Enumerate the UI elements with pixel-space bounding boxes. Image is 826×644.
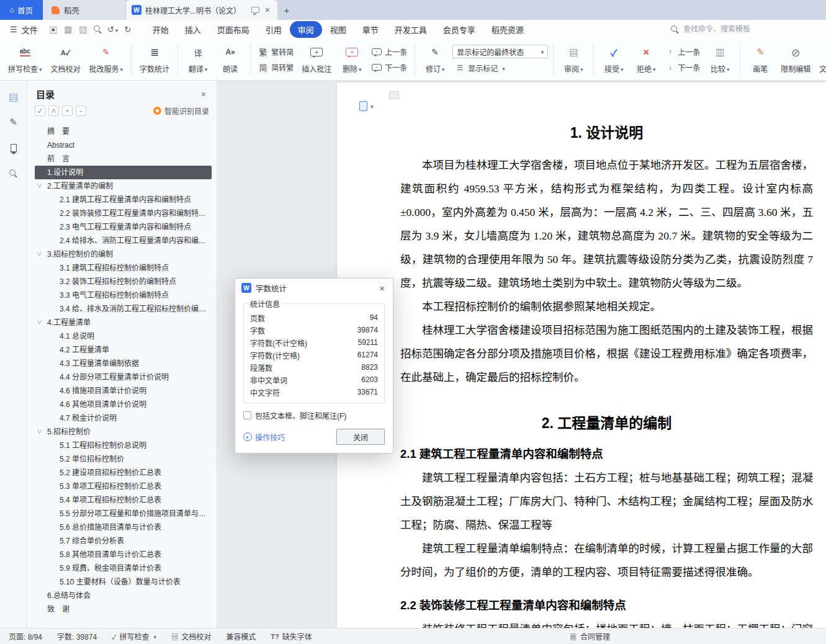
track-changes-button[interactable]: 修订 bbox=[420, 42, 450, 76]
ribbon-tab[interactable]: 插入 bbox=[177, 21, 209, 38]
insert-comment-button[interactable]: 插入批注 bbox=[299, 42, 334, 76]
grading-service-button[interactable]: 批改服务 bbox=[86, 42, 127, 76]
present-icon[interactable] bbox=[251, 7, 259, 13]
translate-button[interactable]: 翻译 bbox=[183, 42, 213, 76]
toc-item[interactable]: ∨ 4.1 总说明 bbox=[35, 329, 212, 343]
toc-item[interactable]: ∨ 5.2 建设项目招标控制价汇总表 bbox=[35, 466, 212, 480]
toc-item[interactable]: ∨ 5.2 单位招标控制价 bbox=[35, 452, 212, 466]
chevron-down-icon[interactable]: ∨ bbox=[37, 316, 42, 329]
home-tab[interactable]: ⌂ 首页 bbox=[0, 0, 43, 20]
redo-button[interactable]: ↻ bbox=[121, 22, 135, 36]
toc-item[interactable]: ∨ 5.招标控制价 bbox=[35, 425, 212, 439]
toc-select-icon[interactable]: ✓ bbox=[35, 105, 45, 116]
reject-button[interactable]: 拒绝 bbox=[631, 42, 661, 76]
pen-button[interactable]: 画笔 bbox=[745, 42, 775, 76]
toc-item[interactable]: ∨ 致 谢 bbox=[35, 602, 212, 616]
next-change-button[interactable]: 下一条 bbox=[663, 61, 703, 73]
toc-item[interactable]: ∨ 5.10 主要材料（设备）数量与计价表 bbox=[35, 575, 212, 589]
ribbon-tab[interactable]: 开始 bbox=[145, 21, 177, 38]
read-aloud-button[interactable]: 朗读 bbox=[215, 42, 245, 76]
export-button[interactable]: ▦ bbox=[61, 22, 75, 36]
document-page[interactable]: 1. 设计说明 本项目为桂林理工大学宿舍楼，项目地点位于某地济开发区。工程为五层… bbox=[337, 83, 826, 628]
bookmark-icon[interactable] bbox=[6, 140, 21, 155]
dialog-close-icon[interactable]: × bbox=[377, 283, 387, 293]
doc-permission-button[interactable]: 文档权限 bbox=[816, 42, 826, 76]
proofread-status[interactable]: ▤ 文档校对 bbox=[171, 631, 211, 642]
prev-change-button[interactable]: 上一条 bbox=[663, 46, 703, 58]
print-preview-button[interactable] bbox=[91, 22, 105, 36]
toc-item[interactable]: ∨ 5.7 综合单价分析表 bbox=[35, 534, 212, 548]
include-footnotes-checkbox[interactable]: 包括文本框、脚注和尾注(F) bbox=[243, 410, 385, 421]
toc-item[interactable]: ∨ 前 言 bbox=[35, 152, 212, 166]
save-button[interactable]: ▣ bbox=[47, 22, 60, 36]
toc-item[interactable]: ∨ 4.2 工程量清单 bbox=[35, 343, 212, 357]
ribbon-tab[interactable]: 引用 bbox=[258, 21, 290, 38]
toc-item[interactable]: ∨ 2.3 电气工程工程量清单内容和编制特点 bbox=[35, 220, 212, 234]
toc-item[interactable]: ∨ 1.设计说明 bbox=[35, 166, 212, 179]
undo-button[interactable]: ↺ bbox=[106, 22, 120, 36]
toc-item[interactable]: ∨ 2.工程量清单的编制 bbox=[35, 179, 212, 193]
toc-item[interactable]: ∨ 5.5 分部分项工程量和单价措施项目清单与计... bbox=[35, 507, 212, 521]
missing-font-status[interactable]: T? 缺失字体 bbox=[271, 631, 312, 642]
toc-item[interactable]: ∨ 3.招标控制价的编制 bbox=[35, 248, 212, 261]
find-icon[interactable] bbox=[6, 166, 21, 181]
ribbon-tab[interactable]: 章节 bbox=[354, 21, 387, 38]
word-count-button[interactable]: 字数统计 bbox=[137, 42, 173, 76]
command-search[interactable] bbox=[671, 25, 820, 34]
toc-item[interactable]: ∨ 4.3 工程量清单编制依据 bbox=[35, 357, 212, 370]
spellcheck-button[interactable]: 拼写检查 bbox=[5, 42, 45, 76]
toc-item[interactable]: ∨ 4.6 措施项目清单计价说明 bbox=[35, 384, 212, 398]
prev-comment-button[interactable]: 上一条 bbox=[369, 46, 410, 58]
toc-item[interactable]: ∨ 4.工程量清单 bbox=[35, 316, 212, 329]
toc-item[interactable]: ∨ 3.1 建筑工程招标控制价编制特点 bbox=[35, 261, 212, 275]
dialog-title-bar[interactable]: 字数统计 × bbox=[235, 279, 393, 297]
annotation-icon[interactable]: ✎ bbox=[6, 115, 21, 130]
toc-item[interactable]: ∨ 2.4 给排水、消防工程工程量清单内容和编... bbox=[35, 234, 212, 248]
search-input[interactable] bbox=[683, 25, 776, 34]
proofread-button[interactable]: 文档校对 bbox=[48, 42, 84, 76]
close-tab-icon[interactable]: × bbox=[263, 6, 272, 14]
toc-item[interactable]: ∨ 6.总结与体会 bbox=[35, 589, 212, 602]
spellcheck-status[interactable]: ✓ 拼写检查 bbox=[112, 631, 156, 642]
compare-button[interactable]: 比较 bbox=[705, 42, 735, 76]
print-button[interactable]: ▤ bbox=[76, 22, 90, 36]
toc-expand-all-icon[interactable]: + bbox=[62, 105, 73, 116]
store-tab[interactable]: 稻壳 bbox=[43, 0, 126, 20]
trad-to-simp-button[interactable]: 繁转简 bbox=[256, 46, 296, 58]
toc-item[interactable]: ∨ 4.4 分部分项工程量清单计价说明 bbox=[35, 370, 212, 384]
restrict-editing-button[interactable]: 限制编辑 bbox=[778, 42, 814, 76]
page-top-control[interactable] bbox=[359, 101, 374, 111]
toc-item[interactable]: ∨ 3.3 电气工程招标控制价编制特点 bbox=[35, 288, 212, 302]
ribbon-tab[interactable]: 会员专享 bbox=[435, 21, 483, 38]
compat-mode[interactable]: 兼容模式 bbox=[226, 631, 256, 642]
ribbon-tab[interactable]: 开发工具 bbox=[387, 21, 435, 38]
file-menu-button[interactable]: ☰ 文件 bbox=[6, 24, 42, 35]
toc-item[interactable]: ∨ 2.2 装饰装修工程工程量清单内容和编制特... bbox=[35, 207, 212, 220]
ribbon-tab[interactable]: 视图 bbox=[322, 21, 354, 38]
chevron-down-icon[interactable]: ∨ bbox=[37, 425, 42, 439]
accept-button[interactable]: 接受 bbox=[599, 42, 629, 76]
simp-to-trad-button[interactable]: 简转繁 bbox=[256, 61, 296, 73]
close-panel-icon[interactable]: × bbox=[199, 90, 208, 99]
contract-manage-button[interactable]: ▦ 合同管理 bbox=[570, 631, 610, 642]
delete-comment-button[interactable]: 删除 bbox=[337, 42, 367, 76]
ribbon-tab[interactable]: 稻壳资源 bbox=[483, 21, 532, 38]
toc-item[interactable]: ∨ 5.1 工程招标控制价总说明 bbox=[35, 439, 212, 452]
toc-item[interactable]: ∨ 5.6 总价措施项目清单与计价表 bbox=[35, 521, 212, 534]
chevron-down-icon[interactable]: ∨ bbox=[37, 248, 42, 261]
collapsed-mark[interactable] bbox=[389, 91, 399, 99]
outline-panel-icon[interactable]: ▤ bbox=[6, 89, 21, 104]
toc-item[interactable]: ∨ 5.8 其他项目清单与计价汇总表 bbox=[35, 548, 212, 561]
close-dialog-button[interactable]: 关闭 bbox=[336, 429, 385, 445]
next-comment-button[interactable]: 下一条 bbox=[369, 61, 410, 73]
word-count-indicator[interactable]: 字数: 39874 bbox=[57, 631, 97, 642]
tips-link[interactable]: 操作技巧 bbox=[243, 432, 285, 442]
toc-item[interactable]: ∨ 5.9 规费、税金项目清单计价表 bbox=[35, 561, 212, 575]
toc-item[interactable]: ∨ 5.3 单项工程招标控制价汇总表 bbox=[35, 480, 212, 493]
review-button[interactable]: 审阅 bbox=[559, 42, 588, 76]
toc-item[interactable]: ∨ 4.7 税金计价说明 bbox=[35, 411, 212, 425]
markup-state-select[interactable]: 显示标记的最终状态 bbox=[452, 45, 548, 58]
document-tab[interactable]: 桂林理工大学...明书（论文） × bbox=[126, 0, 277, 20]
toc-item[interactable]: ∨ 4.6 其他项目清单计价说明 bbox=[35, 398, 212, 411]
chevron-down-icon[interactable]: ∨ bbox=[37, 179, 42, 193]
